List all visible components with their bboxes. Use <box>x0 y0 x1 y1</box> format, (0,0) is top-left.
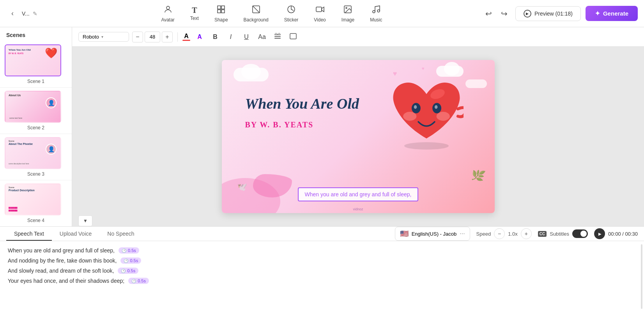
scroll-bar[interactable] <box>641 244 642 309</box>
main-canvas[interactable]: ♥ ♥ 🌿 🕊️ When You Are Old BY W. B. YEATS <box>222 60 495 213</box>
undo-button[interactable]: ↩ <box>483 7 495 20</box>
scene-thumb-content-4: Scene Product Description ████████ █████… <box>5 184 60 215</box>
toolbar-item-shape[interactable]: Shape <box>211 3 231 24</box>
color-underline <box>182 40 190 41</box>
subtitles-label: Subtitles <box>550 231 569 237</box>
heart-character <box>389 76 464 150</box>
play-button[interactable] <box>594 228 605 239</box>
spacing-icon <box>274 33 281 41</box>
toolbar-item-music[interactable]: Music <box>367 3 385 24</box>
speed-value: 1.0x <box>508 231 518 237</box>
svg-point-12 <box>373 11 375 13</box>
toolbar-item-avatar[interactable]: Avatar <box>158 3 177 24</box>
speech-line-text-1: When you are old and grey and full of sl… <box>8 247 115 254</box>
scene-item-4[interactable]: Scene Product Description ████████ █████… <box>0 180 72 226</box>
font-size-control: − + <box>132 32 173 42</box>
svg-rect-8 <box>316 7 322 12</box>
time-badge-1[interactable]: 🕐 0.5s <box>119 247 139 254</box>
scenes-header: Scenes <box>0 27 72 41</box>
speed-increase[interactable]: + <box>521 228 532 239</box>
svg-point-25 <box>414 105 417 109</box>
scene-item-3[interactable]: Scene About The Phoebe some descriptive … <box>0 134 72 180</box>
flag-icon: 🇺🇸 <box>400 229 409 238</box>
svg-rect-18 <box>279 33 280 35</box>
subtitles-toggle[interactable] <box>572 229 588 238</box>
speed-decrease[interactable]: − <box>494 228 505 239</box>
speech-line-1: When you are old and grey and full of sl… <box>8 247 636 254</box>
back-button[interactable]: ‹ <box>6 7 19 20</box>
speech-line-text-3: And slowly read, and dream of the soft l… <box>8 268 114 274</box>
time-badge-4[interactable]: 🕐 0.5s <box>128 278 149 284</box>
toolbar-item-text[interactable]: T Text <box>187 5 202 23</box>
svg-rect-2 <box>221 6 225 9</box>
italic-button[interactable]: I <box>225 31 237 43</box>
svg-rect-14 <box>274 34 281 35</box>
tab-upload-voice[interactable]: Upload Voice <box>52 227 100 241</box>
subtitles-control: CC Subtitles <box>538 229 588 238</box>
svg-rect-4 <box>221 10 225 13</box>
case-button[interactable]: Aa <box>256 31 268 43</box>
time-badge-2[interactable]: 🕐 0.5s <box>120 257 141 264</box>
speech-line-text-4: Your eyes had once, and of their shadows… <box>8 278 124 284</box>
font-size-input[interactable] <box>145 32 160 42</box>
text-color-button[interactable]: A <box>182 33 190 41</box>
time-badge-3[interactable]: 🕐 0.5s <box>118 268 138 274</box>
underline-button[interactable]: U <box>240 31 253 43</box>
preview-button[interactable]: ▶ Preview (01:18) <box>515 6 581 21</box>
tab-no-speech[interactable]: No Speech <box>99 227 142 241</box>
scene-item-2[interactable]: About Us some text here 👤 Scene 2 <box>0 88 72 134</box>
preview-play-icon: ▶ <box>524 10 531 18</box>
scene-thumb-content-1: When You Are Old BY W. B. YEATS ❤️ <box>5 45 60 76</box>
avatar-icon <box>163 5 173 16</box>
bottom-panel: Speech Text Upload Voice No Speech 🇺🇸 En… <box>0 226 644 312</box>
svg-rect-1 <box>218 6 221 9</box>
speech-content: When you are old and grey and full of sl… <box>0 241 644 312</box>
tab-speech-text[interactable]: Speech Text <box>6 227 52 241</box>
svg-point-27 <box>434 105 437 109</box>
canvas-title: When You Are Old <box>245 95 359 113</box>
scene-label-3: Scene 3 <box>5 171 67 177</box>
underline-icon: U <box>244 33 249 41</box>
voice-selector[interactable]: 🇺🇸 English(US) - Jacob ··· <box>395 227 470 241</box>
speech-line-3: And slowly read, and dream of the soft l… <box>8 268 636 274</box>
top-bar: ‹ V... ✎ Avatar T Text Shape <box>0 0 644 27</box>
spacing-button[interactable] <box>271 31 284 43</box>
avatar-label: Avatar <box>161 17 174 23</box>
video-icon <box>315 5 325 16</box>
sidebar: Scenes When You Are Old BY W. B. YEATS ❤… <box>0 27 72 226</box>
watermark: vidnoz <box>353 207 363 211</box>
font-selector[interactable]: Roboto ▾ <box>78 32 129 42</box>
canvas-subtitle: BY W. B. YEATS <box>245 120 314 129</box>
svg-rect-15 <box>274 36 281 37</box>
generate-button[interactable]: ✦ Generate <box>586 6 638 21</box>
format-toolbar: Roboto ▾ − + A A B <box>72 27 644 47</box>
scene-thumb-content-2: About Us some text here 👤 <box>5 92 60 122</box>
toolbar-item-image[interactable]: Image <box>338 3 357 24</box>
toolbar-item-sticker[interactable]: Sticker <box>281 3 302 24</box>
collapse-handle[interactable]: ▼ <box>78 215 92 226</box>
case-icon: Aa <box>258 33 266 41</box>
text-label: Text <box>190 16 199 21</box>
time-badge-value-1: 0.5s <box>128 248 136 253</box>
svg-rect-17 <box>276 33 276 35</box>
svg-point-20 <box>404 142 449 150</box>
sticker-icon <box>287 5 296 16</box>
canvas-area: Roboto ▾ − + A A B <box>72 27 644 226</box>
undo-redo-group: ↩ ↪ <box>483 7 511 20</box>
edit-icon[interactable]: ✎ <box>33 11 37 17</box>
toolbar-item-video[interactable]: Video <box>311 3 329 24</box>
font-size-decrease[interactable]: − <box>132 32 143 42</box>
scene-label-1: Scene 1 <box>5 79 67 84</box>
gradient-text-button[interactable]: A <box>193 31 206 43</box>
scene-thumbnail-3: Scene About The Phoebe some descriptive … <box>5 137 61 169</box>
speech-line-text-2: And nodding by the fire, take down this … <box>8 257 117 264</box>
font-size-increase[interactable]: + <box>162 32 173 42</box>
redo-button[interactable]: ↪ <box>498 7 511 20</box>
align-button[interactable] <box>287 31 299 43</box>
time-badge-value-4: 0.5s <box>138 279 146 283</box>
clock-icon-4: 🕐 <box>131 279 136 283</box>
scene-item-1[interactable]: When You Are Old BY W. B. YEATS ❤️ Scene… <box>0 41 72 88</box>
svg-marker-9 <box>322 7 324 12</box>
toolbar-item-background[interactable]: Background <box>241 3 272 24</box>
bold-button[interactable]: B <box>209 31 221 43</box>
